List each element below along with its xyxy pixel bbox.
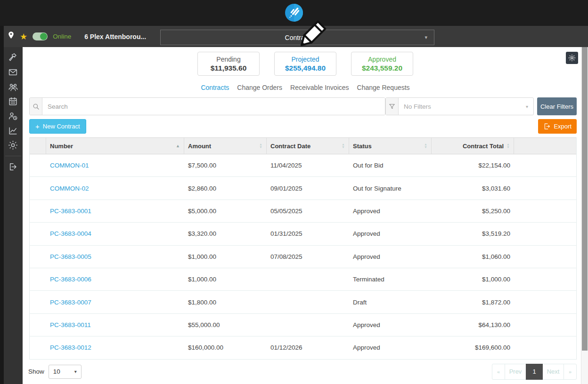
export-button[interactable]: Export bbox=[538, 119, 577, 134]
amount-cell: $7,500.00 bbox=[184, 162, 267, 169]
new-contract-label: New Contract bbox=[43, 123, 80, 130]
status-bar: ★ Online 6 Plex Attenborou... Contract ▾ bbox=[0, 26, 588, 47]
chevron-down-icon: ▾ bbox=[526, 104, 528, 109]
vertical-scrollbar bbox=[581, 47, 588, 384]
card-value: $243,559.20 bbox=[362, 64, 402, 72]
sidebar-divider bbox=[5, 156, 21, 156]
amount-cell: $1,000.00 bbox=[184, 253, 267, 260]
calendar-icon bbox=[8, 96, 18, 106]
search-box bbox=[29, 97, 385, 115]
contract-link[interactable]: PC-3683-0007 bbox=[50, 299, 91, 306]
last-page-button[interactable]: » bbox=[564, 364, 577, 380]
page-1-button[interactable]: 1 bbox=[526, 364, 543, 380]
status-cell: Terminated bbox=[349, 276, 432, 283]
table-header: Number ▲ Amount ▲▼ Contract Date ▲▼ Stat… bbox=[30, 137, 576, 154]
header-actions-column bbox=[514, 138, 576, 154]
favorite-star-icon[interactable]: ★ bbox=[20, 32, 27, 41]
amount-cell: $3,320.00 bbox=[184, 230, 267, 237]
total-cell: $3,519.20 bbox=[432, 230, 514, 237]
online-toggle[interactable] bbox=[33, 32, 48, 40]
app-window: ★ Online 6 Plex Attenborou... Contract ▾ bbox=[0, 0, 588, 384]
amount-cell: $5,000.00 bbox=[184, 208, 267, 215]
export-label: Export bbox=[554, 123, 572, 130]
person-time-icon bbox=[8, 111, 18, 121]
date-cell: 07/08/2025 bbox=[267, 253, 349, 260]
status-cell: Out for Bid bbox=[349, 162, 432, 169]
status-cell: Approved bbox=[349, 230, 432, 237]
contract-link[interactable]: PC-3683-0004 bbox=[50, 230, 91, 237]
table-row: PC-3683-0012 $160,000.00 01/12/2026 Appr… bbox=[30, 336, 576, 359]
section-tabs: Contracts Change Orders Receivable Invoi… bbox=[23, 84, 588, 92]
funnel-icon bbox=[386, 98, 399, 115]
scrollbar-thumb[interactable] bbox=[582, 47, 588, 351]
contract-link[interactable]: COMMON-02 bbox=[50, 185, 89, 192]
clear-filters-button[interactable]: Clear Filters bbox=[537, 97, 577, 115]
header-number[interactable]: Number ▲ bbox=[46, 138, 184, 154]
team-icon bbox=[8, 82, 18, 92]
date-cell: 11/04/2025 bbox=[267, 162, 349, 169]
date-cell: 05/05/2025 bbox=[267, 208, 349, 215]
total-cell: $1,000.00 bbox=[432, 276, 514, 283]
status-cell: Approved bbox=[349, 208, 432, 215]
filters-dropdown[interactable]: No Filters ▾ bbox=[399, 98, 533, 115]
total-cell: $64,130.00 bbox=[432, 321, 514, 328]
card-value: $11,935.60 bbox=[211, 64, 247, 72]
first-page-button[interactable]: « bbox=[492, 364, 505, 380]
date-cell: 01/12/2026 bbox=[267, 344, 349, 351]
section-selector-value: Contract bbox=[285, 34, 310, 41]
status-cell: Out for Signature bbox=[349, 185, 432, 192]
new-contract-button[interactable]: + New Contract bbox=[29, 119, 86, 134]
contracts-table: Number ▲ Amount ▲▼ Contract Date ▲▼ Stat… bbox=[29, 137, 577, 360]
contract-link[interactable]: PC-3683-0012 bbox=[50, 344, 91, 351]
contract-link[interactable]: PC-3683-0011 bbox=[50, 321, 91, 328]
status-cell: Draft bbox=[349, 299, 432, 306]
table-row: PC-3683-0006 $1,000.00 Terminated $1,000… bbox=[30, 268, 576, 291]
location-pin-icon[interactable] bbox=[8, 31, 15, 42]
tab-change-orders[interactable]: Change Orders bbox=[237, 84, 282, 92]
status-cell: Approved bbox=[349, 344, 432, 351]
filter-group: No Filters ▾ bbox=[385, 97, 534, 115]
amount-cell: $160,000.00 bbox=[184, 344, 267, 351]
export-icon bbox=[543, 123, 550, 130]
header-contract-date[interactable]: Contract Date ▲▼ bbox=[267, 138, 349, 154]
contract-link[interactable]: PC-3683-0006 bbox=[50, 276, 91, 283]
approved-summary-card[interactable]: Approved $243,559.20 bbox=[351, 52, 413, 76]
search-input[interactable] bbox=[42, 98, 385, 115]
pending-summary-card[interactable]: Pending $11,935.60 bbox=[197, 52, 260, 76]
total-cell: $1,060.00 bbox=[432, 253, 514, 260]
pagination: « Prev 1 Next » bbox=[492, 364, 577, 380]
header-status[interactable]: Status ▲▼ bbox=[349, 138, 432, 154]
card-label: Projected bbox=[291, 56, 319, 64]
view-settings-button[interactable] bbox=[566, 52, 578, 64]
sort-icon: ▲▼ bbox=[424, 143, 427, 149]
prev-page-button[interactable]: Prev bbox=[505, 364, 526, 380]
tab-receivable-invoices[interactable]: Receivable Invoices bbox=[290, 84, 349, 92]
section-selector-dropdown[interactable]: Contract ▾ bbox=[160, 30, 434, 45]
header-amount[interactable]: Amount ▲▼ bbox=[184, 138, 267, 154]
tab-change-requests[interactable]: Change Requests bbox=[357, 84, 410, 92]
status-left-cluster: ★ Online bbox=[0, 31, 71, 42]
contract-link[interactable]: PC-3683-0005 bbox=[50, 253, 91, 260]
amount-cell: $55,000.00 bbox=[184, 321, 267, 328]
total-cell: $169,600.00 bbox=[432, 344, 514, 351]
total-cell: $22,154.00 bbox=[432, 162, 514, 169]
header-contract-total[interactable]: Contract Total ▲▼ bbox=[432, 138, 514, 154]
sort-icon: ▲▼ bbox=[342, 143, 345, 149]
table-row: PC-3683-0007 $1,800.00 Draft $1,872.00 bbox=[30, 291, 576, 313]
table-footer: Show 10 ▾ « Prev 1 Next » bbox=[28, 364, 577, 380]
filters-dropdown-value: No Filters bbox=[404, 103, 431, 110]
next-page-button[interactable]: Next bbox=[542, 364, 564, 380]
header-select-column bbox=[30, 138, 46, 154]
summary-cards: Pending $11,935.60 Projected $255,494.80… bbox=[23, 52, 588, 76]
sort-icon: ▲▼ bbox=[259, 143, 262, 149]
amount-cell: $1,800.00 bbox=[184, 299, 267, 306]
online-status-label: Online bbox=[53, 33, 71, 40]
tab-contracts[interactable]: Contracts bbox=[201, 84, 229, 92]
projected-summary-card[interactable]: Projected $255,494.80 bbox=[274, 52, 336, 76]
page-size-select[interactable]: 10 ▾ bbox=[49, 365, 82, 379]
table-row: PC-3683-0005 $1,000.00 07/08/2025 Approv… bbox=[30, 246, 576, 268]
mail-icon bbox=[8, 67, 18, 77]
contract-link[interactable]: PC-3683-0001 bbox=[50, 208, 91, 215]
table-row: PC-3683-0001 $5,000.00 05/05/2025 Approv… bbox=[30, 200, 576, 223]
contract-link[interactable]: COMMON-01 bbox=[50, 162, 89, 169]
